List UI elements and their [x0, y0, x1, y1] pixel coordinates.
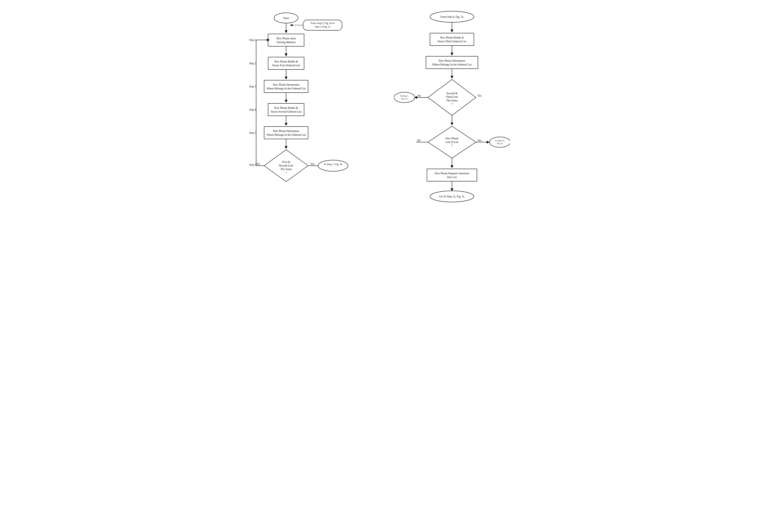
svg-text:?: ? [286, 171, 287, 174]
start-label: Start [283, 16, 289, 20]
svg-rect-23 [268, 103, 304, 116]
svg-rect-13 [268, 57, 304, 69]
svg-text:Second &: Second & [446, 92, 457, 95]
diagram-container: From Step 9, Fig. 5b or Step 13 Fig. 5c … [246, 8, 526, 204]
svg-text:Last in List: Last in List [445, 141, 458, 144]
svg-text:Fig. 5a: Fig. 5a [401, 97, 408, 100]
right-flowchart: From Step 6, Fig. 5a New Phone Builds & … [394, 8, 526, 204]
svg-text:New Phone Determines: New Phone Determines [273, 83, 300, 86]
svg-text:Into List: Into List [447, 176, 457, 179]
svg-text:New Phone Determines: New Phone Determines [439, 59, 465, 62]
svg-text:No: No [417, 139, 421, 142]
svg-text:To Step 15,: To Step 15, [495, 139, 505, 142]
svg-text:?: ? [451, 144, 452, 147]
step6-label: Step 6 [249, 163, 256, 166]
svg-marker-5 [285, 30, 288, 33]
svg-text:First &: First & [282, 160, 290, 163]
svg-text:Where Belongs In the Ordered L: Where Belongs In the Ordered List [266, 87, 306, 90]
svg-text:Stores Third Ordered List: Stores Third Ordered List [438, 40, 466, 43]
step1-label: Step 1 [249, 39, 256, 42]
svg-marker-89 [450, 165, 453, 168]
svg-text:New Phone: New Phone [445, 137, 458, 140]
svg-text:Where Belongs In the Ordered L: Where Belongs In the Ordered List [266, 133, 306, 136]
svg-marker-12 [285, 53, 288, 56]
svg-text:The Same: The Same [281, 168, 292, 171]
svg-marker-27 [285, 123, 288, 126]
svg-point-46 [318, 160, 348, 171]
svg-marker-56 [450, 53, 453, 55]
svg-marker-17 [285, 77, 288, 79]
svg-rect-90 [427, 169, 477, 181]
svg-text:Yes: Yes [477, 94, 481, 97]
svg-text:From Step 6, Fig. 5a: From Step 6, Fig. 5a [440, 15, 463, 18]
svg-text:The Same: The Same [446, 99, 457, 102]
step3-label: Step 3 [249, 85, 256, 88]
svg-text:Fig. 5c: Fig. 5c [497, 142, 503, 145]
svg-text:New Phone starts: New Phone starts [276, 37, 296, 40]
svg-rect-8 [268, 34, 304, 46]
svg-text:To Step 7, Fig. 5b: To Step 7, Fig. 5b [324, 163, 342, 166]
svg-text:To Step 1,: To Step 1, [400, 95, 409, 97]
svg-marker-32 [285, 146, 288, 149]
svg-marker-84 [487, 141, 489, 144]
left-flowchart: From Step 9, Fig. 5b or Step 13 Fig. 5c … [246, 8, 378, 204]
svg-text:New Phone Requests Insertion: New Phone Requests Insertion [435, 172, 469, 175]
svg-text:Stores Second Ordered List: Stores Second Ordered List [271, 110, 302, 113]
svg-text:Sensing Medium: Sensing Medium [277, 41, 296, 44]
left-svg: From Step 9, Fig. 5b or Step 13 Fig. 5c … [246, 8, 350, 204]
step4-label: Step 4 [249, 108, 256, 111]
svg-rect-52 [430, 33, 474, 46]
svg-text:Third Lists: Third Lists [446, 95, 458, 98]
svg-text:New Phone Builds &: New Phone Builds & [274, 106, 298, 109]
svg-text:Go To Step 12, Fig. 5c: Go To Step 12, Fig. 5c [439, 195, 465, 198]
svg-text:New Phone Builds &: New Phone Builds & [440, 36, 464, 39]
svg-rect-28 [264, 127, 308, 139]
svg-text:Stores First Ordered List: Stores First Ordered List [272, 64, 300, 67]
svg-text:No: No [418, 94, 421, 97]
svg-text:New Phone Builds &: New Phone Builds & [274, 60, 298, 63]
svg-text:Yes: Yes [311, 162, 315, 165]
svg-text:No: No [257, 162, 260, 165]
svg-text:New Phone Determines: New Phone Determines [273, 130, 300, 133]
svg-marker-22 [285, 100, 288, 103]
svg-rect-57 [426, 56, 478, 69]
svg-text:Yes: Yes [477, 139, 481, 142]
svg-text:?: ? [451, 103, 452, 106]
svg-text:From Step 9, Fig. 5b or: From Step 9, Fig. 5b or [311, 22, 335, 25]
svg-text:Step 13 Fig. 5c: Step 13 Fig. 5c [315, 25, 331, 28]
svg-marker-75 [450, 123, 453, 125]
right-svg: From Step 6, Fig. 5a New Phone Builds & … [394, 8, 510, 204]
svg-marker-7 [290, 24, 293, 26]
svg-marker-61 [450, 76, 453, 79]
svg-marker-51 [450, 30, 453, 32]
step2-label: Step 2 [249, 62, 256, 65]
svg-text:Second Lists: Second Lists [279, 164, 293, 167]
svg-text:Where Belongs In the Ordered L: Where Belongs In the Ordered List [432, 63, 471, 66]
step5-label: Step 5 [249, 131, 256, 134]
svg-rect-18 [264, 80, 308, 93]
